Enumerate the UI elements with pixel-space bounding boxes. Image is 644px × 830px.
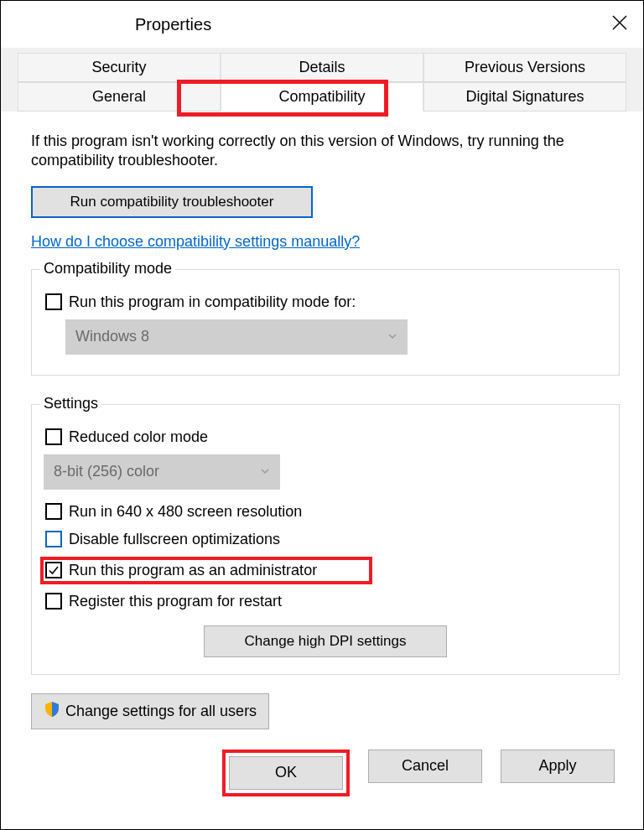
color-depth-value: 8-bit (256) color (54, 463, 159, 480)
tab-digital-signatures[interactable]: Digital Signatures (423, 82, 626, 112)
compat-os-value: Windows 8 (75, 328, 149, 345)
run-as-admin-label: Run this program as an administrator (69, 562, 317, 579)
change-all-users-button[interactable]: Change settings for all users (31, 693, 269, 729)
cancel-button[interactable]: Cancel (368, 750, 482, 783)
manual-settings-link[interactable]: How do I choose compatibility settings m… (31, 233, 360, 251)
intro-text: If this program isn't working correctly … (31, 132, 620, 171)
highlight-ok: OK (222, 750, 350, 796)
tab-general[interactable]: General (18, 82, 221, 112)
dialog-button-row: OK Cancel Apply (31, 750, 620, 796)
reduced-color-checkbox[interactable] (45, 428, 62, 445)
run-as-admin-checkbox[interactable] (45, 562, 62, 578)
fullscreen-checkbox[interactable] (45, 531, 62, 547)
apply-button[interactable]: Apply (501, 750, 615, 783)
tab-compatibility[interactable]: Compatibility (221, 82, 423, 112)
resolution-checkbox[interactable] (45, 503, 62, 520)
tab-content: If this program isn't working correctly … (1, 112, 643, 810)
titlebar: Properties (1, 1, 643, 48)
compat-os-select: Windows 8 (65, 319, 408, 355)
register-restart-label: Register this program for restart (69, 593, 282, 610)
resolution-label: Run in 640 x 480 screen resolution (69, 503, 302, 521)
ok-button[interactable]: OK (229, 756, 343, 790)
fullscreen-label: Disable fullscreen optimizations (69, 531, 280, 548)
compatibility-mode-legend: Compatibility mode (40, 260, 175, 278)
color-depth-select: 8-bit (256) color (44, 454, 280, 490)
tab-details[interactable]: Details (221, 53, 423, 82)
shield-icon (44, 701, 60, 722)
compat-mode-label: Run this program in compatibility mode f… (69, 293, 356, 311)
tab-previous-versions[interactable]: Previous Versions (423, 53, 626, 82)
compat-mode-checkbox[interactable] (45, 293, 62, 310)
run-troubleshooter-button[interactable]: Run compatibility troubleshooter (31, 186, 313, 218)
compatibility-mode-group: Compatibility mode Run this program in c… (31, 269, 620, 376)
register-restart-checkbox[interactable] (45, 593, 62, 610)
settings-legend: Settings (40, 395, 101, 412)
chevron-down-icon (387, 328, 397, 345)
tab-security[interactable]: Security (18, 53, 221, 82)
reduced-color-label: Reduced color mode (69, 428, 208, 446)
close-icon[interactable] (611, 14, 628, 35)
window-title: Properties (135, 15, 211, 34)
chevron-down-icon (260, 463, 270, 480)
settings-group: Settings Reduced color mode 8-bit (256) … (31, 404, 620, 675)
tab-strip: Security Details Previous Versions Gener… (1, 48, 643, 112)
change-dpi-button[interactable]: Change high DPI settings (204, 625, 447, 657)
change-all-users-label: Change settings for all users (65, 703, 257, 720)
